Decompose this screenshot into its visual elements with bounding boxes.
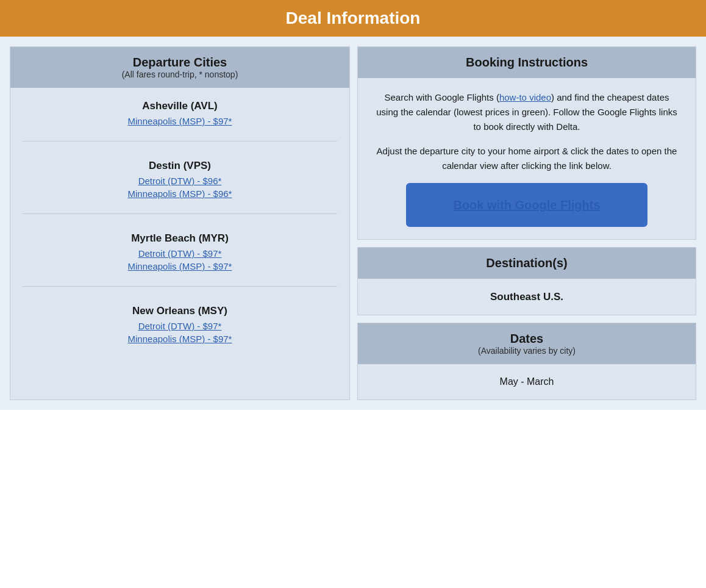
city-section: Asheville (AVL)Minneapolis (MSP) - $97* [10, 88, 349, 135]
page-title: Deal Information [12, 9, 694, 28]
flight-link[interactable]: Detroit (DTW) - $97* [23, 321, 337, 331]
booking-instructions-content: Search with Google Flights (how-to video… [358, 78, 696, 239]
booking-para1-prefix: Search with Google Flights ( [385, 92, 499, 102]
city-name: Destin (VPS) [23, 160, 337, 172]
how-to-video-link[interactable]: how-to video [499, 92, 551, 102]
departure-subtitle: (All fares round-trip, * nonstop) [23, 70, 337, 79]
flight-link[interactable]: Detroit (DTW) - $97* [23, 248, 337, 259]
booking-para2: Adjust the departure city to your home a… [376, 144, 677, 173]
city-sections-container: Asheville (AVL)Minneapolis (MSP) - $97*D… [10, 88, 349, 353]
flight-link[interactable]: Minneapolis (MSP) - $96* [23, 188, 337, 199]
section-divider [23, 213, 337, 214]
departure-cities-panel: Departure Cities (All fares round-trip, … [10, 46, 350, 400]
section-divider [23, 286, 337, 287]
city-name: Asheville (AVL) [23, 100, 337, 112]
dates-subtitle: (Availability varies by city) [370, 346, 683, 356]
flight-link[interactable]: Minneapolis (MSP) - $97* [23, 116, 337, 126]
city-section: New Orleans (MSY)Detroit (DTW) - $97*Min… [10, 293, 349, 353]
dates-value: May - March [370, 374, 683, 390]
city-section: Myrtle Beach (MYR)Detroit (DTW) - $97*Mi… [10, 220, 349, 280]
flight-link[interactable]: Detroit (DTW) - $96* [23, 176, 337, 186]
city-name: New Orleans (MSY) [23, 305, 337, 317]
destinations-value: Southeast U.S. [370, 289, 683, 305]
booking-instructions-title: Booking Instructions [370, 56, 683, 70]
booking-instructions-box: Booking Instructions Search with Google … [357, 46, 696, 240]
dates-box: Dates (Availability varies by city) May … [357, 323, 696, 400]
destinations-content: Southeast U.S. [358, 279, 696, 315]
city-name: Myrtle Beach (MYR) [23, 232, 337, 245]
dates-title: Dates [370, 332, 683, 346]
city-section: Destin (VPS)Detroit (DTW) - $96*Minneapo… [10, 148, 349, 207]
destinations-header: Destination(s) [358, 248, 696, 279]
dates-content: May - March [358, 364, 696, 400]
book-with-google-flights-button[interactable]: Book with Google Flights [406, 183, 647, 227]
flight-link[interactable]: Minneapolis (MSP) - $97* [23, 334, 337, 344]
dates-header: Dates (Availability varies by city) [358, 323, 696, 364]
section-divider [23, 141, 337, 142]
main-content: Departure Cities (All fares round-trip, … [0, 37, 706, 410]
flight-link[interactable]: Minneapolis (MSP) - $97* [23, 261, 337, 271]
booking-para1: Search with Google Flights (how-to video… [376, 90, 677, 134]
destinations-title: Destination(s) [370, 256, 683, 270]
page-header: Deal Information [0, 0, 706, 37]
booking-instructions-header: Booking Instructions [358, 47, 696, 78]
destinations-box: Destination(s) Southeast U.S. [357, 247, 696, 315]
departure-title: Departure Cities [23, 56, 337, 70]
right-column: Booking Instructions Search with Google … [357, 46, 696, 400]
departure-header: Departure Cities (All fares round-trip, … [10, 47, 349, 88]
